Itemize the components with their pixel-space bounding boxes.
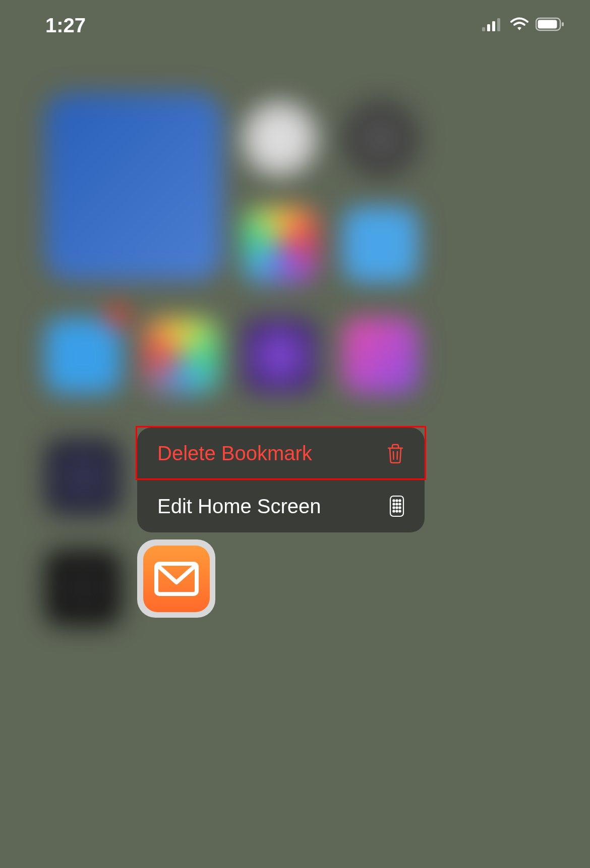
app-icon-blurred — [343, 207, 419, 283]
status-time: 1:27 — [45, 14, 86, 37]
edit-home-screen-menu-item[interactable]: Edit Home Screen — [137, 480, 425, 532]
svg-point-15 — [396, 507, 397, 508]
svg-point-12 — [396, 503, 397, 505]
svg-point-17 — [393, 510, 394, 512]
menu-item-label: Edit Home Screen — [157, 495, 321, 518]
svg-rect-6 — [562, 22, 564, 26]
mail-app-icon-inner — [143, 546, 210, 612]
app-icon-blurred — [45, 318, 121, 394]
app-icon-blurred — [242, 318, 318, 394]
svg-rect-2 — [492, 21, 495, 31]
delete-bookmark-menu-item[interactable]: Delete Bookmark — [137, 427, 425, 480]
selected-bookmark-app-icon[interactable] — [137, 539, 215, 618]
app-icon-blurred — [144, 318, 219, 394]
context-menu: Delete Bookmark Edit Home Screen — [137, 427, 425, 532]
svg-point-18 — [396, 510, 397, 512]
svg-rect-5 — [538, 20, 557, 29]
svg-rect-0 — [482, 27, 485, 31]
wifi-icon — [509, 17, 529, 33]
svg-rect-7 — [390, 496, 403, 516]
notification-badge-blurred — [106, 305, 129, 328]
battery-icon — [536, 17, 565, 33]
svg-point-8 — [393, 500, 394, 501]
status-bar: 1:27 — [0, 0, 590, 50]
svg-rect-1 — [487, 24, 490, 31]
envelope-icon — [154, 561, 199, 596]
app-icon-blurred — [343, 101, 419, 177]
svg-point-10 — [399, 500, 400, 501]
app-icon-blurred — [242, 207, 318, 283]
app-icon-blurred — [45, 439, 121, 515]
menu-item-label: Delete Bookmark — [157, 442, 312, 465]
svg-point-11 — [393, 503, 394, 505]
svg-point-19 — [399, 510, 400, 512]
svg-rect-3 — [497, 18, 500, 31]
trash-icon — [386, 443, 404, 464]
app-grid-icon — [389, 495, 404, 517]
svg-point-16 — [399, 507, 400, 508]
svg-point-14 — [393, 507, 394, 508]
app-icon-blurred — [343, 318, 419, 394]
status-indicators — [482, 17, 565, 33]
svg-point-13 — [399, 503, 400, 505]
app-icon-blurred — [242, 101, 318, 177]
weather-widget-blurred — [45, 93, 222, 280]
app-icon-blurred — [45, 550, 121, 626]
svg-point-9 — [396, 500, 397, 501]
cellular-signal-icon — [482, 17, 503, 33]
